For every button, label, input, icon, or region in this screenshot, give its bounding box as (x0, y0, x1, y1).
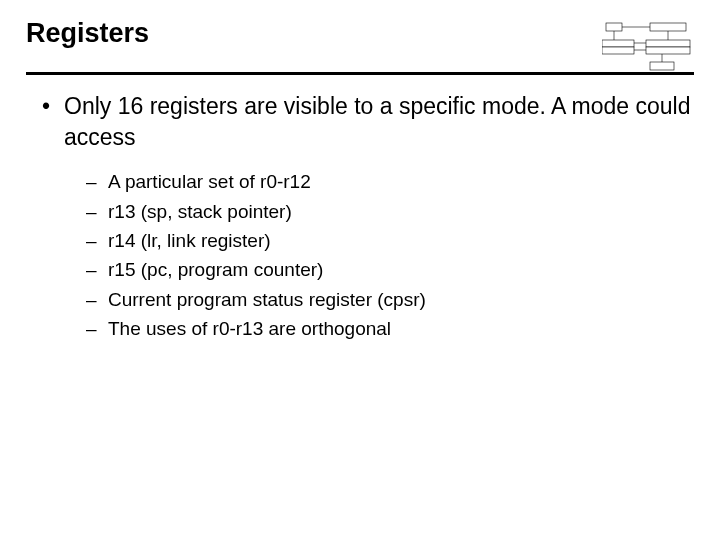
svg-rect-5 (646, 40, 690, 47)
sub-bullet-text: The uses of r0-r13 are orthogonal (108, 314, 694, 343)
sub-bullet: – r14 (lr, link register) (86, 226, 694, 255)
bullet-dash-icon: – (86, 255, 108, 284)
svg-rect-6 (646, 47, 690, 54)
bullet-dash-icon: – (86, 226, 108, 255)
sub-bullet: – The uses of r0-r13 are orthogonal (86, 314, 694, 343)
bullet-dash-icon: – (86, 167, 108, 196)
main-bullet-text: Only 16 registers are visible to a speci… (64, 91, 694, 153)
sub-bullet-text: Current program status register (cpsr) (108, 285, 694, 314)
svg-rect-11 (650, 62, 674, 70)
sub-bullet-list: – A particular set of r0-r12 – r13 (sp, … (86, 167, 694, 344)
bullet-dash-icon: – (86, 314, 108, 343)
bullet-dash-icon: – (86, 285, 108, 314)
sub-bullet: – r13 (sp, stack pointer) (86, 197, 694, 226)
sub-bullet: – A particular set of r0-r12 (86, 167, 694, 196)
sub-bullet-text: A particular set of r0-r12 (108, 167, 694, 196)
title-divider (26, 72, 694, 75)
architecture-diagram-icon (602, 20, 692, 72)
slide-title: Registers (26, 18, 149, 59)
sub-bullet-text: r15 (pc, program counter) (108, 255, 694, 284)
svg-rect-4 (602, 47, 634, 54)
svg-rect-1 (650, 23, 686, 31)
main-bullet: • Only 16 registers are visible to a spe… (42, 91, 694, 153)
sub-bullet: – Current program status register (cpsr) (86, 285, 694, 314)
svg-rect-3 (602, 40, 634, 47)
bullet-dot-icon: • (42, 91, 64, 153)
bullet-dash-icon: – (86, 197, 108, 226)
sub-bullet-text: r14 (lr, link register) (108, 226, 694, 255)
sub-bullet-text: r13 (sp, stack pointer) (108, 197, 694, 226)
title-row: Registers (26, 18, 694, 72)
sub-bullet: – r15 (pc, program counter) (86, 255, 694, 284)
slide: Registers • Only 16 registers are visibl (0, 0, 720, 540)
svg-rect-0 (606, 23, 622, 31)
